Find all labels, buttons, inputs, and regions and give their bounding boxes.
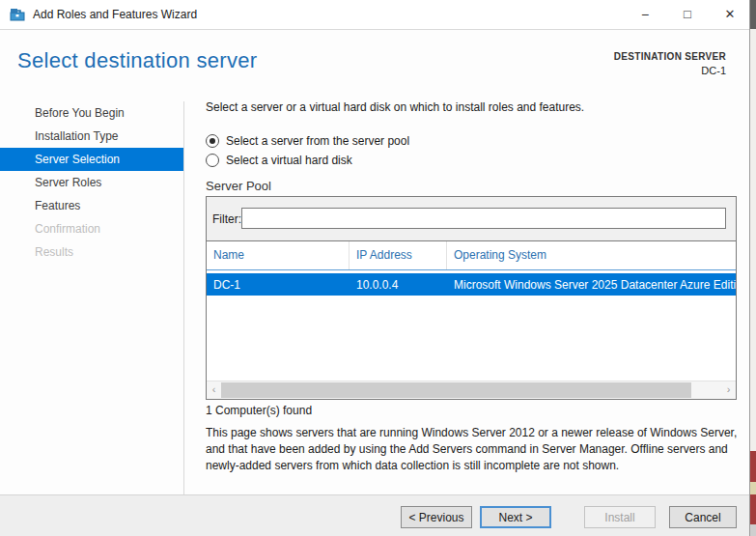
scroll-left-icon[interactable]: ‹ (207, 381, 221, 399)
filter-label: Filter: (212, 212, 241, 226)
destination-server-label: DESTINATION SERVER (614, 51, 726, 62)
next-button[interactable]: Next > (480, 506, 551, 528)
background-window-edge (750, 0, 756, 536)
computers-found-count: 1 Computer(s) found (206, 404, 312, 417)
cell-ip-address: 10.0.0.4 (350, 278, 447, 292)
page-description: This page shows servers that are running… (206, 425, 752, 474)
destination-server-block: DESTINATION SERVER DC-1 (614, 51, 726, 76)
horizontal-scrollbar[interactable]: ‹ › (207, 381, 736, 399)
sidebar-item-server-selection[interactable]: Server Selection (0, 148, 183, 171)
table-row-dc-1[interactable]: DC-1 10.0.0.4 Microsoft Windows Server 2… (207, 273, 736, 296)
server-pool-table: Name IP Address Operating System DC-1 10… (207, 240, 736, 399)
title-bar: Add Roles and Features Wizard − □ ✕ (0, 0, 749, 30)
maximize-button[interactable]: □ (672, 0, 703, 29)
page-title: Select destination server (17, 48, 257, 73)
radio-select-virtual-hard-disk[interactable]: Select a virtual hard disk (206, 153, 352, 168)
destination-server-name: DC-1 (614, 65, 726, 76)
cell-name: DC-1 (207, 278, 350, 292)
install-button: Install (584, 506, 656, 528)
cancel-button[interactable]: Cancel (669, 506, 737, 528)
background-edge-segment (750, 0, 756, 29)
sidebar-divider (183, 101, 184, 494)
background-edge-segment (750, 29, 756, 451)
sidebar-item-installation-type[interactable]: Installation Type (0, 125, 183, 148)
window-title: Add Roles and Features Wizard (33, 0, 197, 29)
radio-label: Select a virtual hard disk (226, 154, 352, 167)
column-header-name[interactable]: Name (207, 241, 350, 269)
background-edge-segment (750, 482, 756, 494)
server-pool-title: Server Pool (206, 179, 271, 193)
sidebar-item-confirmation: Confirmation (0, 217, 183, 240)
cell-operating-system: Microsoft Windows Server 2025 Datacenter… (447, 278, 736, 292)
table-header-row: Name IP Address Operating System (207, 241, 736, 270)
column-header-ip-address[interactable]: IP Address (350, 241, 447, 269)
wizard-toolbox-icon (10, 7, 25, 22)
filter-row: Filter: (207, 197, 736, 240)
sidebar-item-server-roles[interactable]: Server Roles (0, 171, 183, 194)
radio-button-icon[interactable] (206, 134, 219, 148)
sidebar-item-features[interactable]: Features (0, 194, 183, 217)
minimize-button[interactable]: − (630, 0, 660, 29)
background-edge-segment (750, 494, 756, 524)
wizard-steps-sidebar: Before You Begin Installation Type Serve… (0, 101, 183, 264)
sidebar-item-results: Results (0, 240, 183, 264)
scrollbar-track[interactable] (221, 381, 721, 399)
footer-button-bar: < Previous Next > Install Cancel (0, 494, 749, 536)
background-edge-segment (750, 451, 756, 482)
close-button[interactable]: ✕ (714, 0, 745, 29)
scroll-right-icon[interactable]: › (721, 381, 736, 399)
column-header-operating-system[interactable]: Operating System (447, 241, 736, 269)
filter-input[interactable] (241, 208, 726, 229)
radio-button-icon[interactable] (206, 154, 219, 167)
scrollbar-thumb[interactable] (221, 382, 691, 398)
intro-text: Select a server or a virtual hard disk o… (206, 100, 584, 114)
sidebar-item-before-you-begin[interactable]: Before You Begin (0, 101, 183, 125)
previous-button[interactable]: < Previous (401, 506, 472, 528)
radio-select-server-from-pool[interactable]: Select a server from the server pool (206, 133, 409, 149)
add-roles-features-wizard-dialog: Add Roles and Features Wizard − □ ✕ Sele… (0, 0, 750, 536)
background-edge-segment (750, 524, 756, 536)
server-pool-panel: Filter: Name IP Address Operating System… (206, 196, 737, 400)
radio-label: Select a server from the server pool (226, 134, 409, 148)
